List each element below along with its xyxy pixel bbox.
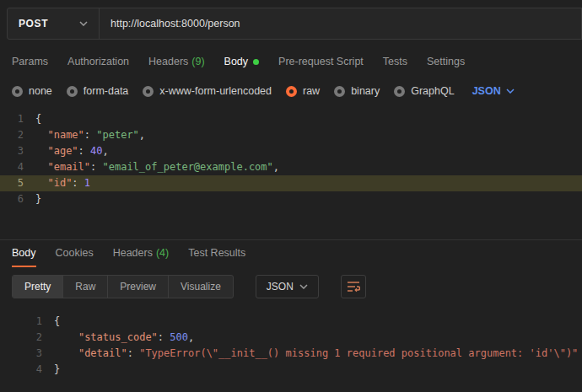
code-line[interactable]: 2 "name": "peter", xyxy=(0,127,582,143)
line-number: 3 xyxy=(0,143,35,159)
body-type-row: none form-data x-www-form-urlencoded raw… xyxy=(0,76,582,106)
line-number: 4 xyxy=(0,362,54,378)
tab-settings[interactable]: Settings xyxy=(427,56,465,67)
radio-icon xyxy=(334,86,345,97)
chevron-down-icon xyxy=(79,21,88,26)
body-type-none[interactable]: none xyxy=(12,85,52,97)
code-content: "id": 1 xyxy=(35,175,90,191)
response-view-switcher: Pretty Raw Preview Visualize xyxy=(12,275,234,298)
line-number: 1 xyxy=(0,111,35,127)
body-type-raw[interactable]: raw xyxy=(286,85,320,97)
response-language-dropdown[interactable]: JSON xyxy=(256,275,319,298)
view-mode-preview[interactable]: Preview xyxy=(108,276,169,298)
code-line: 2 "status_code": 500, xyxy=(0,330,582,346)
request-tabs: Params Authorization Headers(9) Body Pre… xyxy=(0,47,582,76)
code-line: 1{ xyxy=(0,314,582,330)
radio-selected-icon xyxy=(286,86,297,97)
code-content: "age": 40, xyxy=(35,143,109,159)
code-content: "name": "peter", xyxy=(35,127,145,143)
code-line[interactable]: 1{ xyxy=(0,111,582,127)
code-line[interactable]: 6} xyxy=(0,191,582,207)
tab-headers[interactable]: Headers(9) xyxy=(148,56,205,67)
response-tab-body[interactable]: Body xyxy=(12,240,36,267)
request-url-bar: POST http://localhost:8000/person xyxy=(0,0,582,47)
radio-icon xyxy=(67,86,78,97)
tab-tests[interactable]: Tests xyxy=(383,56,407,67)
response-toolbar: Pretty Raw Preview Visualize JSON xyxy=(0,267,582,309)
view-mode-pretty[interactable]: Pretty xyxy=(13,276,63,298)
body-type-graphql[interactable]: GraphQL xyxy=(394,85,454,97)
line-number: 2 xyxy=(0,127,35,143)
code-line[interactable]: 3 "age": 40, xyxy=(0,143,582,159)
response-headers-count-badge: (4) xyxy=(156,247,169,259)
line-number: 6 xyxy=(0,191,35,207)
tab-body[interactable]: Body xyxy=(224,56,260,67)
code-line[interactable]: 4 "email": "email_of_peter@example.com", xyxy=(0,159,582,175)
line-number: 3 xyxy=(0,346,54,362)
line-number: 2 xyxy=(0,330,54,346)
code-line: 4} xyxy=(0,362,582,378)
body-present-dot-icon xyxy=(253,59,259,65)
method-dropdown[interactable]: POST xyxy=(7,8,100,40)
body-type-binary[interactable]: binary xyxy=(334,85,380,97)
code-content: "email": "email_of_peter@example.com", xyxy=(35,159,279,175)
method-label: POST xyxy=(19,18,48,30)
radio-icon xyxy=(143,86,154,97)
code-content: "status_code": 500, xyxy=(54,330,194,346)
code-content: "detail": "TypeError(\"__init__() missin… xyxy=(54,346,578,362)
response-section: Body Cookies Headers(4) Test Results Pre… xyxy=(0,239,582,392)
code-line: 3 "detail": "TypeError(\"__init__() miss… xyxy=(0,346,582,362)
body-type-form-data[interactable]: form-data xyxy=(67,85,129,97)
wrap-text-button[interactable] xyxy=(341,275,366,298)
postman-app: POST http://localhost:8000/person Params… xyxy=(0,0,582,392)
code-content: { xyxy=(54,314,60,330)
tab-authorization[interactable]: Authorization xyxy=(67,56,129,67)
response-tab-headers[interactable]: Headers(4) xyxy=(113,240,170,267)
tab-params[interactable]: Params xyxy=(12,56,48,67)
view-mode-visualize[interactable]: Visualize xyxy=(169,276,233,298)
line-number: 4 xyxy=(0,159,35,175)
response-tabs: Body Cookies Headers(4) Test Results xyxy=(0,240,582,267)
chevron-down-icon xyxy=(506,89,515,94)
wrap-text-icon xyxy=(347,281,360,293)
radio-icon xyxy=(394,86,405,97)
radio-icon xyxy=(12,86,23,97)
body-type-x-www-form-urlencoded[interactable]: x-www-form-urlencoded xyxy=(143,85,272,97)
code-line[interactable]: 5 "id": 1 xyxy=(0,175,582,191)
code-content: } xyxy=(35,191,41,207)
tab-pre-request-script[interactable]: Pre-request Script xyxy=(278,56,364,67)
response-tab-test-results[interactable]: Test Results xyxy=(188,240,245,267)
code-content: } xyxy=(54,362,60,378)
line-number: 5 xyxy=(0,175,35,191)
headers-count-badge: (9) xyxy=(191,56,204,67)
code-content: { xyxy=(35,111,41,127)
request-language-dropdown[interactable]: JSON xyxy=(472,85,515,97)
request-body-editor[interactable]: 1{2 "name": "peter",3 "age": 40,4 "email… xyxy=(0,106,582,239)
response-body-viewer[interactable]: 1{2 "status_code": 500,3 "detail": "Type… xyxy=(0,309,582,392)
line-number: 1 xyxy=(0,314,54,330)
url-text: http://localhost:8000/person xyxy=(110,18,240,30)
url-input[interactable]: http://localhost:8000/person xyxy=(99,8,582,40)
view-mode-raw[interactable]: Raw xyxy=(63,276,108,298)
response-tab-cookies[interactable]: Cookies xyxy=(56,240,94,267)
chevron-down-icon xyxy=(299,284,308,289)
